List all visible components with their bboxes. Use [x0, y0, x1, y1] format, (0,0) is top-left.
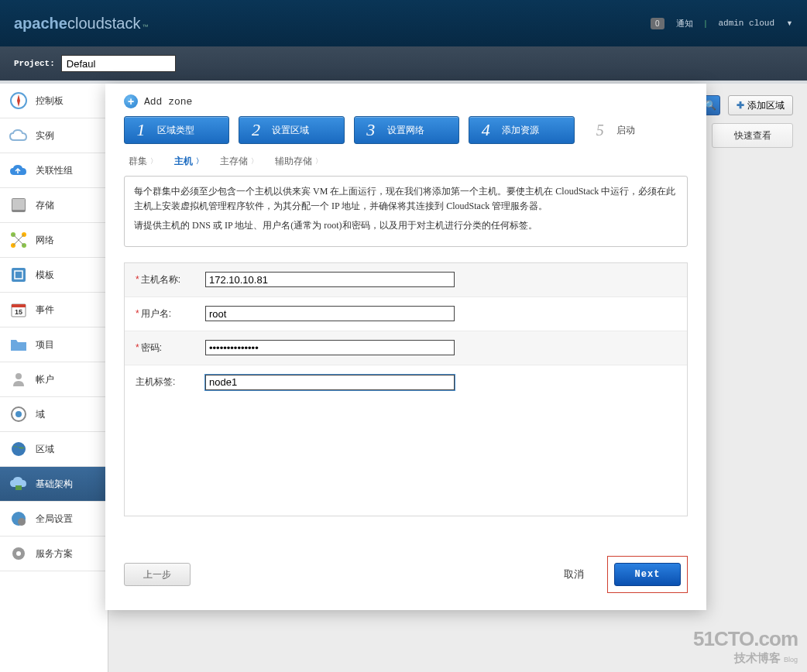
topbar-right: 0 通知 | admin cloud ▼ [651, 18, 793, 29]
info-text-2: 请提供主机的 DNS 或 IP 地址、用户名(通常为 root)和密码，以及用于… [134, 218, 678, 233]
form-row-tag: 主机标签: [125, 365, 687, 399]
notification-count-badge[interactable]: 0 [651, 18, 664, 29]
nav-label: 事件 [36, 303, 54, 317]
host-tag-label: 主机标签: [136, 375, 205, 389]
chevron-right-icon: 〉 [251, 156, 258, 166]
step-setup-network[interactable]: 3设置网络 [354, 116, 459, 144]
tab-cluster[interactable]: 群集〉 [129, 155, 157, 168]
nav-label: 全局设置 [36, 513, 73, 526]
host-form: *主机名称: *用户名: *密码: 主机标签: [124, 262, 688, 516]
nav-storage[interactable]: 存储 [0, 188, 108, 223]
nav-domains[interactable]: 域 [0, 397, 108, 432]
nav-label: 存储 [36, 199, 54, 212]
add-zone-dialog: + Add zone 1区域类型 2设置区域 3设置网络 4添加资源 5启动 群… [105, 84, 706, 610]
step-setup-zone[interactable]: 2设置区域 [239, 116, 344, 144]
logo: apachecloudstack™ [14, 15, 148, 33]
step-number: 5 [584, 122, 616, 139]
calendar-icon: 15 [8, 299, 29, 321]
dialog-footer: 上一步 取消 Next [105, 545, 706, 610]
nav-global-settings[interactable]: 全局设置 [0, 502, 108, 537]
nav-projects[interactable]: 项目 [0, 327, 108, 362]
svg-rect-16 [15, 485, 22, 490]
username-label: *用户名: [136, 307, 205, 321]
folder-icon [8, 334, 29, 355]
logo-tm: ™ [142, 23, 148, 30]
hostname-label: *主机名称: [136, 273, 205, 286]
step-label: 区域类型 [157, 124, 194, 137]
svg-rect-2 [12, 199, 25, 210]
nav-events[interactable]: 15事件 [0, 293, 108, 327]
form-row-hostname: *主机名称: [125, 263, 687, 297]
globe-icon [8, 438, 29, 460]
add-zone-label: 添加区域 [747, 99, 785, 112]
user-menu[interactable]: admin cloud [718, 19, 774, 28]
info-box: 每个群集中必须至少包含一个主机以供来宾 VM 在上面运行，现在我们将添加第一个主… [124, 176, 688, 247]
plus-icon: ✚ [737, 100, 744, 111]
nav-accounts[interactable]: 帐户 [0, 362, 108, 397]
template-icon [8, 264, 29, 286]
nav-affinity[interactable]: 关联性组 [0, 153, 108, 188]
nav-label: 服务方案 [36, 547, 73, 561]
nav-label: 域 [36, 408, 45, 421]
host-tag-input[interactable] [205, 375, 455, 390]
sub-tabs: 群集〉 主机 〉 主存储 〉 辅助存储 〉 [105, 150, 706, 171]
logo-stack: stack [105, 15, 141, 33]
dialog-title: Add zone [144, 96, 192, 108]
sidebar: 控制板 实例 关联性组 存储 网络 模板 15事件 项目 帐户 域 区域 基础架… [0, 84, 108, 672]
cancel-link[interactable]: 取消 [564, 567, 584, 581]
username-input[interactable] [205, 306, 455, 321]
network-icon [8, 229, 29, 251]
svg-text:15: 15 [15, 308, 22, 316]
target-icon [8, 403, 29, 425]
next-button[interactable]: Next [614, 563, 681, 586]
password-input[interactable] [205, 340, 455, 355]
svg-point-12 [15, 373, 22, 379]
info-text-1: 每个群集中必须至少包含一个主机以供来宾 VM 在上面运行，现在我们将添加第一个主… [134, 184, 678, 214]
nav-network[interactable]: 网络 [0, 223, 108, 258]
nav-instances[interactable]: 实例 [0, 118, 108, 153]
step-label: 设置网络 [387, 124, 424, 137]
previous-button[interactable]: 上一步 [124, 563, 191, 586]
chevron-right-icon: 〉 [150, 156, 157, 166]
project-select[interactable] [61, 55, 176, 72]
nav-regions[interactable]: 区域 [0, 432, 108, 467]
nav-label: 模板 [36, 269, 54, 282]
nav-service-offerings[interactable]: 服务方案 [0, 537, 108, 571]
notification-label[interactable]: 通知 [676, 18, 693, 29]
step-zone-type[interactable]: 1区域类型 [124, 116, 229, 144]
project-label: Project: [14, 59, 55, 68]
disk-icon [8, 194, 29, 216]
step-label: 启动 [616, 124, 635, 137]
tab-secondary-storage[interactable]: 辅助存储 〉 [275, 155, 322, 168]
sub-header: Project: [0, 46, 807, 84]
svg-point-14 [15, 411, 22, 417]
step-launch: 5启动 [584, 116, 688, 144]
logo-cloud: cloud [67, 15, 105, 33]
nav-label: 关联性组 [36, 164, 73, 177]
wizard-steps: 1区域类型 2设置区域 3设置网络 4添加资源 5启动 [105, 116, 706, 150]
nav-label: 实例 [36, 129, 54, 142]
svg-point-15 [12, 442, 26, 456]
gear-icon [8, 543, 29, 564]
logo-apache: apache [14, 15, 67, 33]
form-spacer [125, 399, 687, 516]
svg-point-18 [18, 518, 26, 526]
topbar: apachecloudstack™ 0 通知 | admin cloud ▼ [0, 0, 807, 46]
step-label: 添加资源 [502, 124, 539, 137]
infra-icon [8, 473, 29, 495]
nav-dashboard[interactable]: 控制板 [0, 84, 108, 118]
password-label: *密码: [136, 341, 205, 355]
nav-label: 网络 [36, 234, 54, 247]
quick-view-button[interactable]: 快速查看 [712, 123, 793, 148]
nav-label: 项目 [36, 338, 54, 351]
chevron-down-icon[interactable]: ▼ [786, 19, 793, 27]
add-zone-button[interactable]: ✚添加区域 [728, 95, 793, 115]
nav-label: 基础架构 [36, 478, 73, 491]
svg-rect-7 [12, 268, 26, 282]
hostname-input[interactable] [205, 272, 455, 287]
tab-primary-storage[interactable]: 主存储 〉 [220, 155, 258, 168]
tab-host[interactable]: 主机 〉 [174, 155, 203, 168]
nav-templates[interactable]: 模板 [0, 258, 108, 293]
step-add-resources[interactable]: 4添加资源 [469, 116, 574, 144]
nav-infrastructure[interactable]: 基础架构 [0, 467, 108, 502]
